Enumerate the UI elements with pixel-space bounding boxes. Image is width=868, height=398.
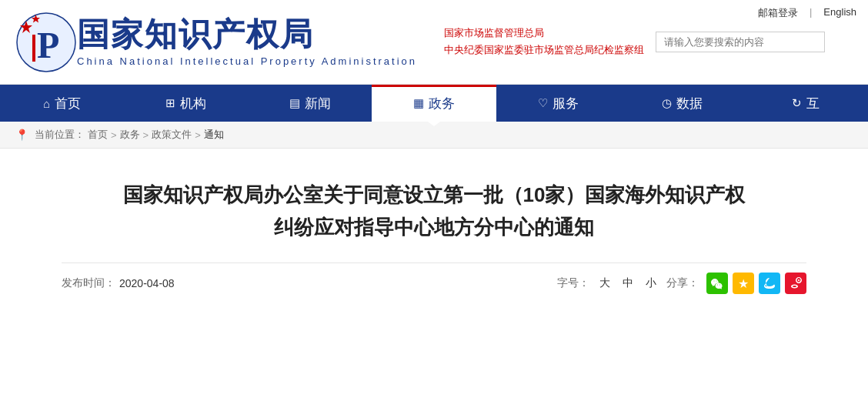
- article-meta: 发布时间： 2020-04-08 字号： 大 中 小 分享： ★: [62, 263, 806, 294]
- share-label: 分享：: [666, 276, 699, 290]
- publish-date-area: 发布时间： 2020-04-08: [62, 276, 175, 290]
- main-content: 国家知识产权局办公室关于同意设立第一批（10家）国家海外知识产权纠纷应对指导中心…: [0, 149, 868, 317]
- wechat-share-button[interactable]: [706, 273, 728, 294]
- breadcrumb-sep-2: >: [143, 129, 149, 141]
- nav-institution[interactable]: ⊞ 机构: [124, 85, 248, 122]
- top-links-bar: 邮箱登录 | English: [444, 6, 856, 20]
- nav-home[interactable]: ⌂ 首页: [0, 85, 124, 122]
- news-icon: ▤: [289, 96, 300, 110]
- star-icon: ★: [738, 276, 749, 291]
- fontsize-large[interactable]: 大: [597, 276, 613, 290]
- logo-cn-text: 国家知识产权局: [77, 17, 417, 52]
- nav-institution-label: 机构: [180, 95, 206, 112]
- nav-bar: ⌂ 首页 ⊞ 机构 ▤ 新闻 ▦ 政务 ♡ 服务 ◷ 数据 ↻ 互: [0, 85, 868, 122]
- english-link[interactable]: English: [823, 6, 856, 20]
- favorite-share-button[interactable]: ★: [733, 273, 754, 294]
- service-icon: ♡: [538, 96, 548, 110]
- nav-news-label: 新闻: [305, 95, 331, 112]
- breadcrumb-sep-3: >: [195, 129, 201, 141]
- search-input[interactable]: [656, 32, 825, 52]
- header: P 国家知识产权局 China National Intellectual Pr…: [0, 0, 868, 85]
- nav-news[interactable]: ▤ 新闻: [248, 85, 372, 122]
- home-icon: ⌂: [43, 97, 50, 110]
- gov-links: 国家市场监督管理总局 中央纪委国家监委驻市场监管总局纪检监察组: [444, 26, 644, 57]
- mailbox-link[interactable]: 邮箱登录: [758, 6, 798, 20]
- header-right: 邮箱登录 | English 国家市场监督管理总局 中央纪委国家监委驻市场监管总…: [432, 0, 868, 84]
- breadcrumb-policy[interactable]: 政策文件: [152, 128, 192, 142]
- fontsize-medium[interactable]: 中: [620, 276, 636, 290]
- publish-label: 发布时间：: [62, 276, 115, 290]
- share-icons: ★: [706, 273, 806, 294]
- data-icon: ◷: [662, 96, 672, 110]
- institution-icon: ⊞: [165, 96, 175, 110]
- nav-service[interactable]: ♡ 服务: [496, 85, 620, 122]
- breadcrumb-sep-1: >: [111, 129, 117, 141]
- nav-data-label: 数据: [676, 95, 703, 112]
- svg-text:P: P: [37, 25, 59, 65]
- nav-home-label: 首页: [55, 95, 81, 112]
- logo-area: P 国家知识产权局 China National Intellectual Pr…: [0, 0, 432, 84]
- article-title: 国家知识产权局办公室关于同意设立第一批（10家）国家海外知识产权纠纷应对指导中心…: [62, 179, 806, 243]
- nav-interact-label: 互: [806, 95, 820, 112]
- right-content: 国家市场监督管理总局 中央纪委国家监委驻市场监管总局纪检监察组: [444, 26, 856, 57]
- breadcrumb-current: 通知: [204, 128, 224, 142]
- nav-interact[interactable]: ↻ 互: [744, 85, 868, 122]
- separator: |: [810, 6, 812, 20]
- interact-icon: ↻: [792, 96, 802, 110]
- breadcrumb-label: 当前位置：: [35, 128, 85, 142]
- meta-right-area: 字号： 大 中 小 分享： ★: [557, 273, 806, 294]
- weibo-share-button[interactable]: [785, 273, 806, 294]
- gov-link-1[interactable]: 国家市场监督管理总局: [444, 26, 644, 40]
- nav-data[interactable]: ◷ 数据: [620, 85, 744, 122]
- breadcrumb-affairs[interactable]: 政务: [120, 128, 140, 142]
- affairs-icon: ▦: [413, 96, 424, 110]
- nav-affairs[interactable]: ▦ 政务: [372, 85, 496, 122]
- logo-en-text: China National Intellectual Property Adm…: [77, 55, 417, 67]
- search-box-area: [656, 26, 856, 57]
- location-icon: 📍: [15, 129, 28, 141]
- publish-date: 2020-04-08: [119, 277, 175, 289]
- nav-affairs-label: 政务: [429, 95, 455, 112]
- gov-link-2[interactable]: 中央纪委国家监委驻市场监管总局纪检监察组: [444, 43, 644, 57]
- qq-share-button[interactable]: [759, 273, 780, 294]
- nav-service-label: 服务: [553, 95, 579, 112]
- fontsize-small[interactable]: 小: [643, 276, 659, 290]
- svg-rect-4: [32, 35, 35, 62]
- breadcrumb-home[interactable]: 首页: [88, 128, 108, 142]
- fontsize-label: 字号：: [557, 276, 589, 290]
- logo-text-area: 国家知识产权局 China National Intellectual Prop…: [77, 17, 417, 67]
- logo-icon: P: [15, 12, 77, 73]
